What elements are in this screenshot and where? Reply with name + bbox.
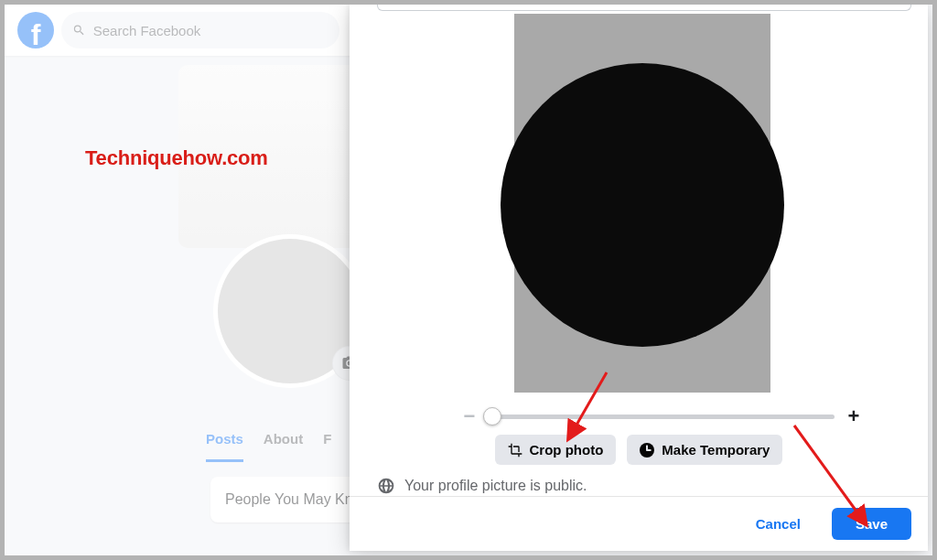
crop-actions: Crop photo Make Temporary [350,435,928,465]
suggestions-card: People You May Kn [210,477,352,522]
facebook-logo[interactable] [17,12,54,48]
make-temporary-label: Make Temporary [662,442,770,458]
zoom-slider-row: − + [459,404,864,429]
search-input-wrap[interactable] [61,12,339,48]
crop-canvas[interactable] [514,14,770,393]
clock-icon [640,443,654,458]
search-input[interactable] [93,23,328,38]
zoom-in-icon: + [844,404,864,428]
public-info-row: Your profile picture is public. [377,477,587,495]
tab-friends[interactable]: F [323,431,331,462]
search-icon [72,23,86,38]
cancel-button[interactable]: Cancel [732,508,824,540]
crop-photo-label: Crop photo [530,442,604,458]
public-notice: Your profile picture is public. [404,478,587,494]
crop-icon [508,443,522,458]
zoom-thumb[interactable] [483,407,501,425]
profile-tabs: Posts About F [206,431,331,462]
crop-photo-button[interactable]: Crop photo [495,435,617,465]
update-profile-picture-modal: − + Crop photo Make Temporary Your pro [350,5,928,551]
profile-area: Posts About F People You May Kn [5,56,352,555]
make-temporary-button[interactable]: Make Temporary [627,435,782,465]
globe-icon [377,477,395,495]
tab-posts[interactable]: Posts [206,431,243,462]
modal-body: − + Crop photo Make Temporary Your pro [350,5,928,496]
zoom-slider[interactable] [489,415,835,419]
crop-preview-circle [501,63,784,347]
app-header [5,5,352,56]
tab-about[interactable]: About [264,431,303,462]
zoom-out-icon: − [459,404,479,428]
description-input[interactable] [377,5,911,11]
modal-footer: Cancel Save [350,496,928,551]
avatar-wrap [213,234,352,388]
suggestions-title: People You May Kn [225,491,352,507]
save-button[interactable]: Save [832,508,911,540]
watermark-text: Techniquehow.com [85,146,268,170]
